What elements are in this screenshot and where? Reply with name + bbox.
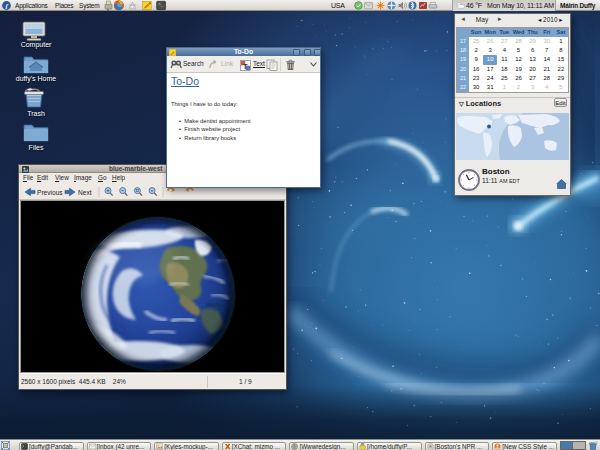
svg-text:Previous: Previous xyxy=(37,189,63,196)
svg-text:>_: >_ xyxy=(158,2,164,7)
svg-text:Next: Next xyxy=(78,189,92,196)
svg-text:T: T xyxy=(243,62,248,71)
